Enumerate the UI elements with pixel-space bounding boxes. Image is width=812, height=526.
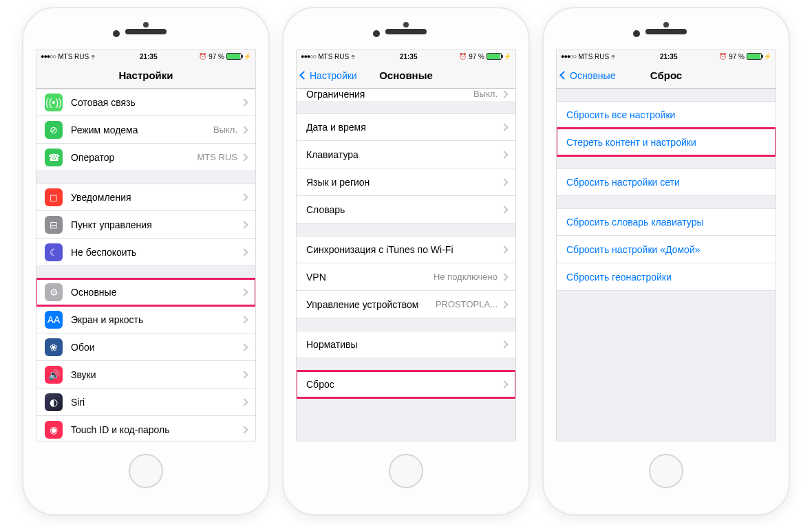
settings-row[interactable]: Нормативы: [297, 331, 515, 358]
chevron-right-icon: [240, 398, 248, 406]
chevron-right-icon: [240, 153, 248, 161]
battery-pct: 97 %: [729, 53, 745, 61]
page-title: Настройки: [118, 69, 173, 81]
settings-row[interactable]: 🔊 Звуки: [36, 361, 255, 388]
chevron-left-icon: [559, 71, 568, 80]
settings-row[interactable]: ⊟ Пункт управления: [36, 211, 255, 239]
row-value: MTS RUS: [197, 152, 238, 162]
status-bar: ●●●○○ MTS RUS ᯤ 21:35 ⏰ 97 % ⚡: [557, 50, 776, 63]
signal-dots: ●●●○○: [41, 53, 56, 60]
chevron-right-icon: [500, 178, 508, 186]
settings-row[interactable]: VPN Не подключено: [297, 263, 515, 291]
page-title: Сброс: [650, 69, 682, 81]
settings-row[interactable]: ❀ Обои: [36, 333, 255, 361]
settings-row[interactable]: ☎ Оператор MTS RUS: [36, 144, 255, 171]
general-list[interactable]: Ограничения Выкл. Дата и время Клавиатур…: [297, 89, 515, 441]
home-button[interactable]: [649, 454, 683, 488]
row-label: Управление устройством: [306, 299, 436, 310]
chevron-right-icon: [240, 371, 248, 378]
row-restrictions[interactable]: Ограничения Выкл.: [297, 89, 515, 101]
screen: ●●●○○ MTS RUS ᯤ 21:35 ⏰ 97 % ⚡ Основные …: [556, 50, 776, 441]
wallpaper-icon: ❀: [45, 338, 63, 356]
row-label: Звуки: [71, 369, 237, 380]
settings-row[interactable]: Сбросить все настройки: [557, 101, 776, 129]
group-notifications: ◻ Уведомления ⊟ Пункт управления ☾ Не бе…: [36, 184, 255, 266]
row-label: Не беспокоить: [71, 247, 237, 258]
row-label: Режим модема: [71, 124, 213, 135]
alarm-icon: ⏰: [719, 53, 727, 60]
reset-list[interactable]: Сбросить все настройки Стереть контент и…: [557, 89, 776, 441]
group-sync: Синхронизация с iTunes по Wi-Fi VPN Не п…: [297, 236, 515, 318]
settings-row[interactable]: Сбросить словарь клавиатуры: [557, 208, 776, 236]
settings-row[interactable]: ((•)) Сотовая связь: [36, 89, 255, 116]
camera-dot: [403, 22, 409, 28]
settings-list[interactable]: ((•)) Сотовая связь ⊘ Режим модема Выкл.…: [36, 89, 255, 441]
settings-row[interactable]: Стереть контент и настройки: [557, 129, 776, 156]
clock: 21:35: [400, 53, 418, 61]
group-cellular: ((•)) Сотовая связь ⊘ Режим модема Выкл.…: [36, 89, 255, 171]
row-label: Экран и яркость: [71, 314, 237, 325]
settings-row[interactable]: Синхронизация с iTunes по Wi-Fi: [297, 236, 515, 263]
back-button[interactable]: Настройки: [301, 63, 357, 88]
status-bar: ●●●○○ MTS RUS ᯤ 21:35 ⏰ 97 % ⚡: [297, 50, 515, 63]
chevron-right-icon: [240, 288, 248, 296]
settings-row[interactable]: Управление устройством PROSTOPLA...: [297, 291, 515, 318]
settings-row[interactable]: ⊘ Режим модема Выкл.: [36, 116, 255, 144]
carrier-label: MTS RUS: [578, 53, 609, 61]
home-button[interactable]: [129, 454, 163, 488]
speaker: [385, 29, 427, 34]
row-value: Не подключено: [434, 272, 498, 282]
notifications-icon: ◻: [45, 188, 63, 206]
phone-general: ●●●○○ MTS RUS ᯤ 21:35 ⏰ 97 % ⚡ Настройки…: [282, 7, 530, 516]
nav-bar: Настройки Основные: [297, 63, 515, 89]
camera-dot: [143, 22, 149, 28]
back-button[interactable]: Основные: [561, 63, 615, 88]
screen: ●●●○○ MTS RUS ᯤ 21:35 ⏰ 97 % ⚡ Настройки…: [296, 50, 516, 441]
chevron-right-icon: [500, 151, 508, 158]
settings-row[interactable]: Дата и время: [297, 113, 515, 141]
home-button[interactable]: [389, 454, 423, 488]
settings-row[interactable]: Сбросить настройки «Домой»: [557, 236, 776, 263]
settings-row[interactable]: ◉ Touch ID и код-пароль: [36, 416, 255, 441]
back-label: Основные: [570, 70, 615, 81]
settings-row[interactable]: Словарь: [297, 196, 515, 223]
clock: 21:35: [140, 53, 158, 61]
chevron-left-icon: [299, 71, 308, 80]
group-reset: Сброс: [297, 371, 515, 398]
settings-row[interactable]: ☾ Не беспокоить: [36, 239, 255, 266]
row-label: Touch ID и код-пароль: [71, 424, 237, 435]
settings-row[interactable]: ◐ Siri: [36, 388, 255, 416]
sensor-dot: [373, 30, 380, 37]
settings-row[interactable]: AA Экран и яркость: [36, 306, 255, 333]
settings-row[interactable]: ⚙ Основные: [36, 278, 255, 306]
row-label: Сбросить словарь клавиатуры: [566, 217, 763, 228]
row-label: VPN: [306, 272, 434, 283]
settings-row[interactable]: Сбросить геонастройки: [557, 263, 776, 291]
chevron-right-icon: [240, 316, 248, 323]
row-label: Нормативы: [306, 339, 498, 350]
charging-icon: ⚡: [244, 53, 251, 60]
row-label: Пункт управления: [71, 219, 237, 230]
row-label: Ограничения: [306, 89, 473, 100]
sounds-icon: 🔊: [45, 366, 63, 384]
alarm-icon: ⏰: [459, 53, 467, 60]
touchid-icon: ◉: [45, 421, 63, 439]
settings-row[interactable]: Сбросить настройки сети: [557, 168, 776, 196]
chevron-right-icon: [240, 221, 248, 228]
speaker: [645, 29, 687, 34]
wifi-icon: ᯤ: [611, 53, 618, 61]
settings-row[interactable]: ◻ Уведомления: [36, 184, 255, 211]
group-regulatory: Нормативы: [297, 331, 515, 358]
settings-row[interactable]: Сброс: [297, 371, 515, 398]
row-label: Основные: [71, 287, 237, 298]
settings-row[interactable]: Язык и регион: [297, 168, 515, 196]
row-label: Сброс: [306, 379, 498, 390]
settings-row[interactable]: Клавиатура: [297, 141, 515, 168]
chevron-right-icon: [240, 343, 248, 351]
row-value: Выкл.: [473, 89, 498, 99]
status-left: ●●●○○ MTS RUS ᯤ: [41, 53, 98, 61]
chevron-right-icon: [500, 123, 508, 131]
hotspot-icon: ⊘: [45, 121, 63, 139]
carrier-icon: ☎: [45, 149, 63, 166]
chevron-right-icon: [500, 206, 508, 213]
